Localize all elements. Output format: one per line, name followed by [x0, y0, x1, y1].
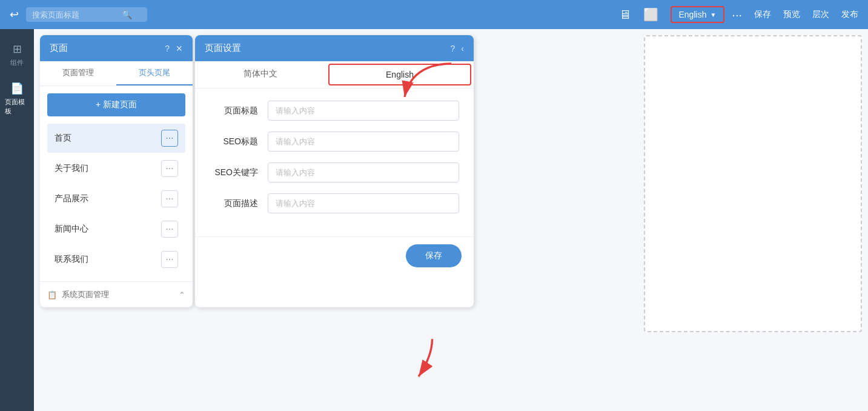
top-toolbar: ↩ 🔍 🖥 ⬜ English ▼ ··· 保存 预览 层次 发布	[0, 0, 868, 29]
settings-footer: 保存	[195, 236, 474, 275]
search-box: 🔍	[26, 7, 147, 22]
more-options-icon[interactable]: ···	[161, 221, 178, 238]
tab-simplified-chinese[interactable]: 简体中文	[195, 61, 326, 88]
panel-header-icons: ? ✕	[165, 44, 183, 53]
list-item[interactable]: 产品展示 ···	[47, 184, 185, 213]
list-item[interactable]: 联系我们 ···	[47, 245, 185, 274]
language-selector[interactable]: English ▼	[671, 6, 725, 23]
panel-body: + 新建页面 首页 ··· 关于我们 ··· 产品展示 ···	[40, 86, 193, 281]
search-icon: 🔍	[122, 10, 132, 19]
close-icon[interactable]: ✕	[176, 44, 183, 53]
main-layout: ⊞ 组件 📄 页面模板 页面 ? ✕ 页面管理 页头页	[0, 29, 868, 411]
settings-header-icons: ? ‹	[451, 44, 464, 53]
panel-tabs: 页面管理 页头页尾	[40, 61, 193, 86]
left-sidebar: ⊞ 组件 📄 页面模板	[0, 29, 34, 411]
help-icon[interactable]: ?	[451, 44, 456, 53]
page-title-label: 页面标题	[210, 101, 258, 116]
page-name: 新闻中心	[55, 224, 88, 235]
more-options-icon[interactable]: ···	[161, 160, 178, 177]
sidebar-item-label: 页面模板	[5, 98, 29, 116]
preview-button[interactable]: 预览	[783, 9, 800, 20]
page-list: 首页 ··· 关于我们 ··· 产品展示 ··· 新闻中心	[47, 124, 185, 274]
component-icon: ⊞	[13, 42, 22, 56]
help-icon[interactable]: ?	[165, 44, 170, 53]
tab-page-management[interactable]: 页面管理	[40, 61, 116, 85]
page-icon: 📄	[10, 82, 24, 95]
back-icon[interactable]: ‹	[461, 44, 464, 53]
form-row-page-desc: 页面描述	[210, 193, 459, 213]
top-bar-right: ··· 保存 预览 层次 发布	[732, 8, 858, 22]
system-pages-icon: 📋	[47, 290, 57, 299]
page-desc-label: 页面描述	[210, 193, 258, 209]
search-input[interactable]	[32, 10, 117, 19]
form-row-page-title: 页面标题	[210, 101, 459, 121]
seo-title-input[interactable]	[268, 132, 459, 152]
page-panel-header: 页面 ? ✕	[40, 35, 193, 61]
list-item[interactable]: 新闻中心 ···	[47, 215, 185, 244]
more-options-icon[interactable]: ···	[732, 8, 742, 22]
page-name: 关于我们	[55, 163, 88, 174]
settings-save-button[interactable]: 保存	[406, 244, 462, 267]
undo-button[interactable]: ↩	[10, 8, 19, 21]
desktop-icon[interactable]: 🖥	[619, 8, 631, 22]
page-desc-input[interactable]	[268, 193, 459, 213]
sidebar-item-page-template[interactable]: 📄 页面模板	[0, 75, 34, 123]
more-options-icon[interactable]: ···	[161, 251, 178, 268]
tablet-icon[interactable]: ⬜	[643, 7, 658, 22]
publish-button[interactable]: 发布	[841, 9, 858, 20]
layers-button[interactable]: 层次	[812, 9, 829, 20]
page-panel: 页面 ? ✕ 页面管理 页头页尾 + 新建页面 首页 ···	[40, 35, 193, 307]
seo-title-label: SEO标题	[210, 132, 258, 147]
dialog-container: 页面 ? ✕ 页面管理 页头页尾 + 新建页面 首页 ···	[34, 29, 474, 307]
new-page-button[interactable]: + 新建页面	[47, 93, 185, 116]
settings-panel-title: 页面设置	[205, 42, 241, 54]
settings-panel: 页面设置 ? ‹ 简体中文 English 页面标题 S	[195, 35, 474, 307]
list-item[interactable]: 关于我们 ···	[47, 154, 185, 183]
page-title-input[interactable]	[268, 101, 459, 121]
system-pages-label: 系统页面管理	[62, 289, 109, 300]
content-area: 页面 ? ✕ 页面管理 页头页尾 + 新建页面 首页 ···	[34, 29, 868, 411]
more-options-icon[interactable]: ···	[161, 190, 178, 207]
annotation-arrow-2	[391, 332, 446, 387]
panel-footer[interactable]: 📋 系统页面管理 ⌃	[40, 281, 193, 307]
more-options-icon[interactable]: ···	[161, 130, 178, 147]
tab-header-footer[interactable]: 页头页尾	[116, 61, 193, 85]
sidebar-item-label: 组件	[10, 58, 24, 67]
language-label: English	[679, 10, 707, 19]
chevron-up-icon[interactable]: ⌃	[179, 290, 185, 299]
page-name: 首页	[55, 133, 71, 144]
seo-keywords-input[interactable]	[268, 162, 459, 182]
settings-body: 页面标题 SEO标题 SEO关键字 页面描述	[195, 89, 474, 236]
top-bar-center: 🖥 ⬜ English ▼	[619, 6, 725, 23]
sidebar-item-components[interactable]: ⊞ 组件	[0, 35, 34, 75]
page-name: 产品展示	[55, 193, 88, 204]
form-row-seo-title: SEO标题	[210, 132, 459, 152]
list-item[interactable]: 首页 ···	[47, 124, 185, 153]
form-row-seo-keywords: SEO关键字	[210, 162, 459, 182]
save-button[interactable]: 保存	[754, 9, 771, 20]
seo-keywords-label: SEO关键字	[210, 162, 258, 178]
canvas-area	[644, 35, 862, 332]
chevron-down-icon: ▼	[710, 12, 716, 18]
top-bar-left: ↩ 🔍	[10, 7, 612, 22]
page-name: 联系我们	[55, 254, 88, 265]
settings-tabs: 简体中文 English	[195, 61, 474, 89]
tab-english[interactable]: English	[328, 64, 471, 85]
page-panel-title: 页面	[50, 42, 68, 54]
settings-header: 页面设置 ? ‹	[195, 35, 474, 61]
